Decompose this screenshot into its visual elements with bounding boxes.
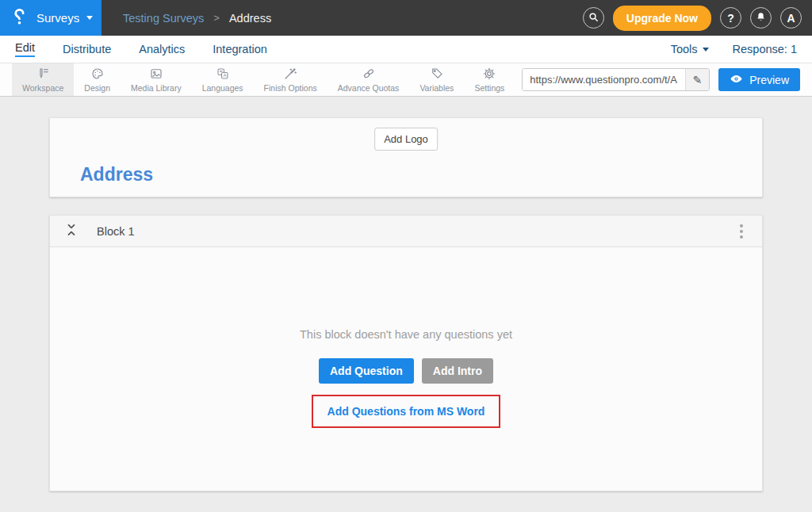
search-icon bbox=[588, 11, 599, 25]
toolbar-item-label: Variables bbox=[419, 83, 454, 93]
magic-wand-icon bbox=[282, 67, 298, 81]
tools-menu[interactable]: Tools bbox=[671, 43, 709, 55]
breadcrumb: Testing Surveys > Address bbox=[123, 12, 271, 25]
avatar[interactable]: A bbox=[780, 7, 802, 29]
image-icon bbox=[148, 67, 164, 81]
add-question-button[interactable]: Add Question bbox=[319, 358, 414, 384]
notifications-button[interactable] bbox=[750, 7, 772, 29]
product-label: Surveys bbox=[36, 11, 79, 25]
chain-links-icon bbox=[361, 67, 377, 81]
block-title[interactable]: Block 1 bbox=[97, 225, 135, 238]
toolbar-item-media-library[interactable]: Media Library bbox=[121, 63, 192, 96]
annotation-highlight-box: Add Questions from MS Word bbox=[312, 395, 501, 428]
block-body: This block doesn't have any questions ye… bbox=[50, 247, 762, 491]
preview-button[interactable]: Preview bbox=[718, 68, 800, 91]
toolbar-item-label: Settings bbox=[474, 83, 504, 93]
block-menu-button[interactable] bbox=[737, 221, 746, 242]
tab-analytics[interactable]: Analytics bbox=[139, 43, 185, 55]
toolbar-item-languages[interactable]: A Languages bbox=[192, 63, 254, 96]
empty-block-message: This block doesn't have any questions ye… bbox=[300, 328, 512, 341]
survey-title[interactable]: Address bbox=[80, 164, 153, 185]
tab-edit[interactable]: Edit bbox=[15, 41, 35, 57]
pencil-icon: ✎ bbox=[693, 74, 703, 86]
toolbar-item-label: Languages bbox=[202, 83, 243, 93]
toolbar-item-design[interactable]: Design bbox=[74, 63, 121, 96]
search-button[interactable] bbox=[583, 7, 604, 29]
block-actions: Add Question Add Intro bbox=[319, 358, 493, 384]
upgrade-now-button[interactable]: Upgrade Now bbox=[613, 6, 711, 31]
chevron-down-icon bbox=[86, 16, 93, 20]
block-card: Block 1 This block doesn't have any ques… bbox=[49, 215, 763, 491]
tab-distribute[interactable]: Distribute bbox=[63, 43, 111, 55]
survey-toolbar: Workspace Design Media Library bbox=[0, 63, 812, 97]
toolbar-item-label: Design bbox=[84, 83, 110, 93]
gear-icon bbox=[481, 67, 497, 81]
toolbar-item-finish-options[interactable]: Finish Options bbox=[254, 63, 327, 96]
preview-label: Preview bbox=[749, 74, 789, 86]
toolbar-item-label: Media Library bbox=[131, 83, 182, 93]
survey-url-input[interactable] bbox=[523, 69, 685, 90]
toolbar-item-advance-quotas[interactable]: Advance Quotas bbox=[327, 63, 410, 96]
tag-icon bbox=[429, 67, 445, 81]
add-logo-button[interactable]: Add Logo bbox=[374, 128, 438, 151]
add-questions-from-ms-word-link[interactable]: Add Questions from MS Word bbox=[327, 405, 485, 418]
edit-url-button[interactable]: ✎ bbox=[685, 69, 709, 90]
palette-icon bbox=[90, 67, 105, 81]
survey-header-card: Add Logo Address bbox=[49, 117, 763, 197]
eye-icon bbox=[730, 74, 743, 86]
survey-editor: Add Logo Address Block 1 This block does bbox=[0, 97, 812, 491]
breadcrumb-current: Address bbox=[229, 12, 271, 25]
collapse-block-button[interactable] bbox=[66, 223, 77, 239]
toolbar-item-variables[interactable]: Variables bbox=[409, 63, 464, 96]
toolbar-right: ✎ Preview bbox=[522, 63, 812, 96]
breadcrumb-separator-icon: > bbox=[213, 12, 220, 24]
toolbar-item-workspace[interactable]: Workspace bbox=[12, 63, 74, 96]
help-icon: ? bbox=[727, 12, 734, 25]
add-intro-button[interactable]: Add Intro bbox=[422, 358, 493, 384]
toolbar-item-label: Workspace bbox=[22, 83, 63, 93]
section-nav: Edit Distribute Analytics Integration To… bbox=[0, 36, 812, 63]
survey-url-group: ✎ bbox=[522, 68, 710, 91]
tab-integration[interactable]: Integration bbox=[213, 43, 267, 55]
section-tabs: Edit Distribute Analytics Integration bbox=[15, 41, 267, 57]
toolbar-item-settings[interactable]: Settings bbox=[464, 63, 515, 96]
avatar-initial: A bbox=[787, 12, 795, 25]
kebab-icon bbox=[740, 224, 743, 227]
toolbar-item-label: Finish Options bbox=[264, 83, 317, 93]
breadcrumb-parent[interactable]: Testing Surveys bbox=[123, 12, 204, 25]
translate-icon: A bbox=[215, 67, 231, 81]
chevron-down-icon bbox=[703, 48, 709, 52]
topbar-actions: Upgrade Now ? A bbox=[583, 6, 812, 31]
toolbar-item-label: Advance Quotas bbox=[338, 83, 400, 93]
questionpro-logo-icon bbox=[10, 6, 29, 30]
product-switcher[interactable]: Surveys bbox=[0, 0, 102, 36]
workspace-icon bbox=[35, 67, 51, 81]
top-bar: Surveys Testing Surveys > Address Upgrad… bbox=[0, 0, 812, 36]
bell-icon bbox=[755, 11, 767, 25]
svg-text:A: A bbox=[223, 73, 226, 78]
tools-label: Tools bbox=[671, 43, 698, 55]
nav-right: Tools Response: 1 bbox=[671, 43, 797, 55]
collapse-icon bbox=[66, 223, 77, 239]
block-header: Block 1 bbox=[50, 216, 762, 247]
response-count[interactable]: Response: 1 bbox=[733, 43, 797, 55]
help-button[interactable]: ? bbox=[720, 7, 741, 29]
